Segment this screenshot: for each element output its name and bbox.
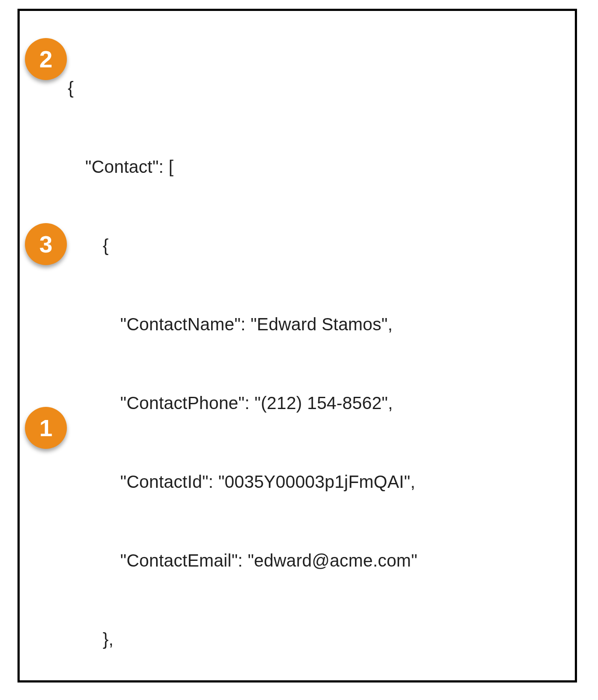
- json-contact1-phone: "ContactPhone": "(212) 154-8562",: [28, 390, 566, 416]
- json-contact-key: "Contact": [: [28, 154, 566, 180]
- json-line: },: [28, 626, 566, 652]
- json-contact1-email: "ContactEmail": "edward@acme.com": [28, 547, 566, 574]
- json-contact1-id: "ContactId": "0035Y00003p1jFmQAI",: [28, 469, 566, 495]
- json-line: {: [28, 232, 566, 259]
- callout-badge-2: 2: [25, 38, 67, 80]
- code-frame: { "Contact": [ { "ContactName": "Edward …: [17, 9, 577, 682]
- json-code-block: { "Contact": [ { "ContactName": "Edward …: [28, 22, 566, 700]
- callout-badge-3: 3: [25, 223, 67, 265]
- json-contact1-name: "ContactName": "Edward Stamos",: [28, 311, 566, 337]
- json-line: {: [28, 75, 566, 101]
- callout-badge-1: 1: [25, 407, 67, 449]
